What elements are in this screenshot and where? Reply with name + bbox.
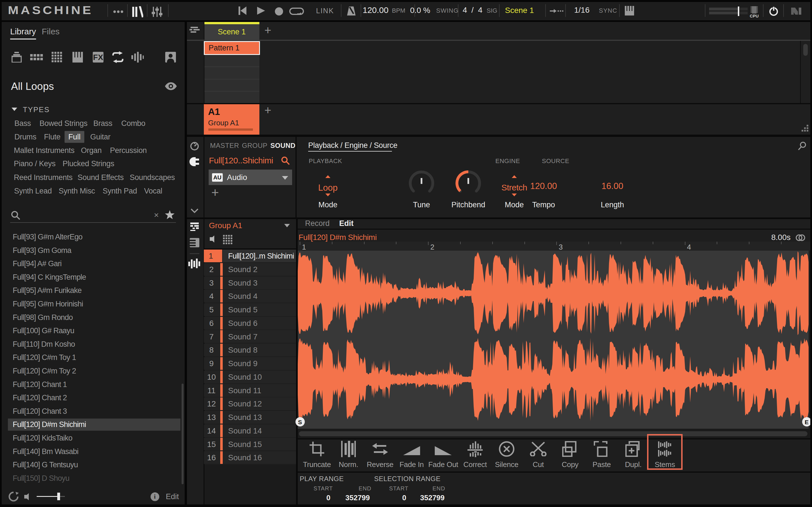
svg-text:FX: FX xyxy=(93,53,103,62)
